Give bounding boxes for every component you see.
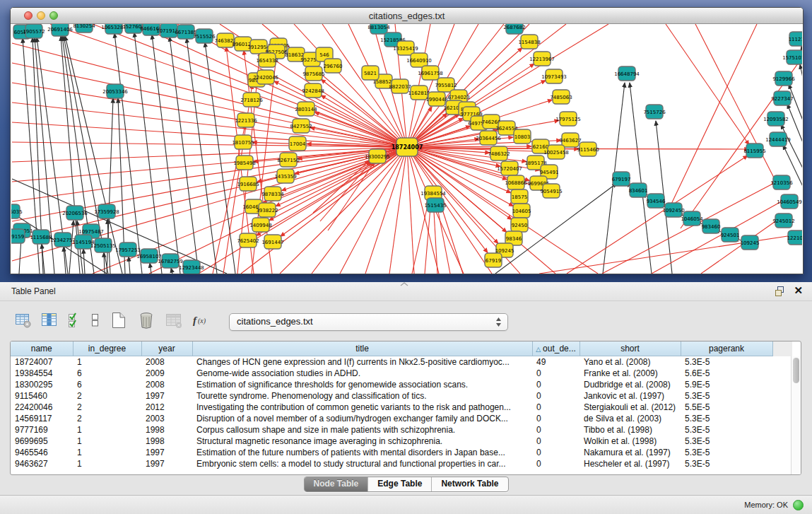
close-panel-icon[interactable]: ✕: [794, 284, 803, 297]
table-cell[interactable]: 6: [73, 368, 141, 379]
column-header-out-de-[interactable]: △out_de...: [532, 341, 579, 356]
table-cell[interactable]: 9777169: [11, 424, 73, 436]
table-cell[interactable]: Tibbo et al. (1998): [579, 424, 681, 436]
column-header-in-degree[interactable]: in_degree: [73, 341, 141, 356]
table-cell[interactable]: 5.3E-5: [681, 458, 772, 469]
table-cell[interactable]: 2: [73, 390, 141, 402]
table-cell[interactable]: 18724007: [11, 356, 73, 368]
table-scrollbar[interactable]: [791, 356, 801, 474]
table-cell[interactable]: 0: [532, 368, 579, 379]
table-cell[interactable]: 5.5E-5: [681, 402, 772, 413]
function-builder-icon[interactable]: f(x): [192, 312, 213, 332]
table-cell[interactable]: 9463627: [11, 458, 73, 469]
tab-network-table[interactable]: Network Table: [432, 477, 507, 491]
table-cell[interactable]: Changes of HCN gene expression and I(f) …: [192, 356, 532, 368]
column-header-pagerank[interactable]: pagerank: [681, 341, 772, 356]
table-cell[interactable]: 5.3E-5: [681, 390, 772, 402]
table-cell[interactable]: 2008: [141, 379, 192, 390]
table-cell[interactable]: 1998: [141, 424, 192, 436]
table-row[interactable]: 946362711997Embryonic stem cells: a mode…: [11, 458, 792, 469]
table-row[interactable]: 1938455462009Genome-wide association stu…: [11, 368, 792, 379]
float-panel-icon[interactable]: [774, 286, 785, 297]
table-cell[interactable]: 5.3E-5: [681, 424, 772, 436]
table-scrollbar-thumb[interactable]: [793, 358, 799, 383]
table-cell[interactable]: 1: [73, 436, 141, 447]
table-cell[interactable]: 0: [532, 458, 579, 469]
tab-node-table[interactable]: Node Table: [304, 477, 368, 491]
tab-edge-table[interactable]: Edge Table: [368, 477, 432, 491]
select-rows-check-icon[interactable]: [66, 311, 82, 332]
table-row[interactable]: 911546021997Tourette syndrome. Phenomeno…: [11, 390, 792, 402]
table-cell[interactable]: Investigating the contribution of common…: [192, 402, 532, 413]
table-cell[interactable]: 0: [532, 447, 579, 458]
table-cell[interactable]: 49: [532, 356, 579, 368]
table-cell[interactable]: Nakamura et al. (1997): [579, 447, 681, 458]
table-cell[interactable]: Corpus callosum shape and size in male p…: [192, 424, 532, 436]
table-cell[interactable]: Embryonic stem cells: a model to study s…: [192, 458, 532, 469]
table-row[interactable]: 969969511998Structural magnetic resonanc…: [11, 436, 792, 447]
memory-ok-indicator-icon[interactable]: [793, 500, 804, 510]
column-header-year[interactable]: year: [141, 341, 192, 356]
trash-icon[interactable]: [136, 310, 156, 333]
table-cell[interactable]: 6: [73, 379, 141, 390]
panel-drag-handle-icon[interactable]: [400, 282, 408, 287]
table-cell[interactable]: 5.3E-5: [681, 356, 772, 368]
table-cell[interactable]: Dudbridge et al. (2008): [579, 379, 681, 390]
table-cell[interactable]: 2008: [141, 356, 192, 368]
table-cell[interactable]: de Silva et al. (2003): [579, 413, 681, 424]
network-window-titlebar[interactable]: citations_edges.txt: [11, 8, 803, 24]
table-cell[interactable]: 2012: [141, 402, 192, 413]
table-cell[interactable]: Structural magnetic resonance image aver…: [192, 436, 532, 447]
table-cell[interactable]: Disruption of a novel member of a sodium…: [192, 413, 532, 424]
table-cell[interactable]: 1: [73, 424, 141, 436]
table-cell[interactable]: Franke et al. (2009): [579, 368, 681, 379]
table-row[interactable]: 1830029562008Estimation of significance …: [11, 379, 792, 390]
table-cell[interactable]: Tourette syndrome. Phenomenology and cla…: [192, 390, 532, 402]
table-cell[interactable]: 5.6E-5: [681, 368, 772, 379]
table-cell[interactable]: 5.3E-5: [681, 413, 772, 424]
table-cell[interactable]: 5.9E-5: [681, 379, 772, 390]
table-cell[interactable]: 2009: [141, 368, 192, 379]
table-cell[interactable]: Estimation of the future numbers of pati…: [192, 447, 532, 458]
show-columns-icon[interactable]: [40, 311, 59, 332]
table-cell[interactable]: 5.3E-5: [681, 447, 772, 458]
table-cell[interactable]: 0: [532, 402, 579, 413]
table-cell[interactable]: Yano et al. (2008): [579, 356, 681, 368]
table-cell[interactable]: 18300295: [11, 379, 73, 390]
table-cell[interactable]: 0: [532, 436, 579, 447]
table-cell[interactable]: Wolkin et al. (1998): [579, 436, 681, 447]
table-cell[interactable]: 1997: [141, 390, 192, 402]
table-cell[interactable]: 9115460: [11, 390, 73, 402]
table-row[interactable]: 977716911998Corpus callosum shape and si…: [11, 424, 792, 436]
column-header-short[interactable]: short: [579, 341, 681, 356]
table-cell[interactable]: 1: [73, 458, 141, 469]
table-cell[interactable]: 2: [73, 413, 141, 424]
table-cell[interactable]: 9465546: [11, 447, 73, 458]
table-row[interactable]: 946554611997Estimation of the future num…: [11, 447, 792, 458]
table-cell[interactable]: 1997: [141, 458, 192, 469]
table-cell[interactable]: 2003: [141, 413, 192, 424]
table-cell[interactable]: 22420046: [11, 402, 73, 413]
table-cell[interactable]: 14569117: [11, 413, 73, 424]
table-row[interactable]: 2242004622012Investigating the contribut…: [11, 402, 792, 413]
unmerge-cells-icon[interactable]: [90, 311, 101, 332]
table-cell[interactable]: 0: [532, 413, 579, 424]
table-cell[interactable]: 19384554: [11, 368, 73, 379]
table-cell[interactable]: 1: [73, 447, 141, 458]
network-canvas[interactable]: 6058719055722069140681302541065328715276…: [11, 24, 802, 274]
table-row[interactable]: 1872400712008Changes of HCN gene express…: [11, 356, 792, 368]
table-cell[interactable]: Stergiakouli et al. (2012): [579, 402, 681, 413]
table-cell[interactable]: 1998: [141, 436, 192, 447]
column-header-title[interactable]: title: [192, 341, 532, 356]
table-cell[interactable]: 1997: [141, 447, 192, 458]
table-cell[interactable]: Hescheler et al. (1997): [579, 458, 681, 469]
new-document-icon[interactable]: [109, 310, 129, 333]
table-cell[interactable]: 0: [532, 390, 579, 402]
table-cell[interactable]: 5.3E-5: [681, 436, 772, 447]
column-header-name[interactable]: name: [11, 341, 73, 356]
table-cell[interactable]: 0: [532, 379, 579, 390]
table-cell[interactable]: 2: [73, 402, 141, 413]
table-row[interactable]: 1456911722003Disruption of a novel membe…: [11, 413, 792, 424]
table-cell[interactable]: 0: [532, 424, 579, 436]
table-cell[interactable]: Genome-wide association studies in ADHD.: [192, 368, 532, 379]
